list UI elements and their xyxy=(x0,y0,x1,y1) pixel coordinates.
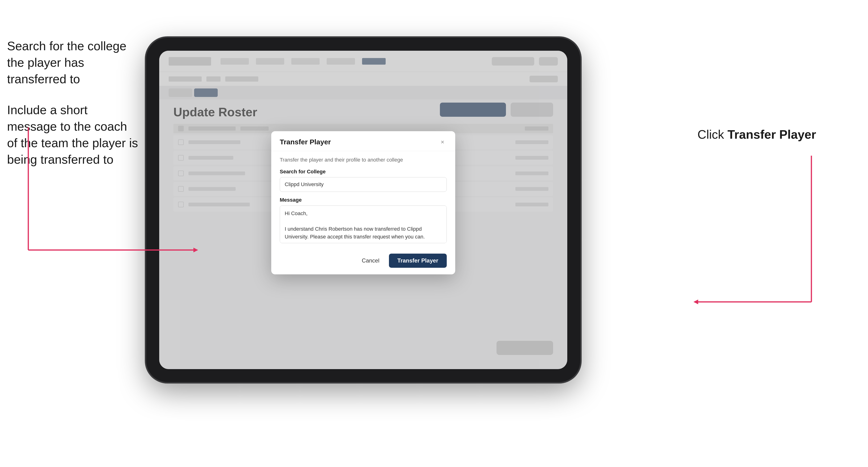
modal-close-button[interactable]: × xyxy=(438,138,447,146)
annotation-click-label: Click xyxy=(698,128,727,141)
cancel-button[interactable]: Cancel xyxy=(357,254,384,267)
ipad-screen: Update Roster xyxy=(159,51,567,369)
annotation-left-container: Search for the college the player has tr… xyxy=(7,38,139,182)
ipad-frame: Update Roster xyxy=(146,38,580,382)
annotation-transfer-bold: Transfer Player xyxy=(727,128,816,141)
modal-footer: Cancel Transfer Player xyxy=(271,249,455,274)
modal-overlay: Transfer Player × Transfer the player an… xyxy=(159,51,567,369)
modal-header: Transfer Player × xyxy=(271,131,455,151)
message-label: Message xyxy=(280,197,447,203)
transfer-player-modal: Transfer Player × Transfer the player an… xyxy=(271,131,455,274)
modal-body: Transfer the player and their profile to… xyxy=(271,151,455,249)
modal-title: Transfer Player xyxy=(280,138,331,146)
search-college-label: Search for College xyxy=(280,168,447,175)
transfer-player-button[interactable]: Transfer Player xyxy=(389,253,447,268)
svg-marker-5 xyxy=(693,300,698,304)
search-college-input[interactable] xyxy=(280,177,447,192)
annotation-right-container: Click Transfer Player xyxy=(698,127,816,142)
modal-subtitle: Transfer the player and their profile to… xyxy=(280,157,447,163)
message-textarea[interactable]: Hi Coach, I understand Chris Robertson h… xyxy=(280,206,447,243)
annotation-search-text: Search for the college the player has tr… xyxy=(7,38,139,88)
annotation-message-text: Include a short message to the coach of … xyxy=(7,102,139,168)
